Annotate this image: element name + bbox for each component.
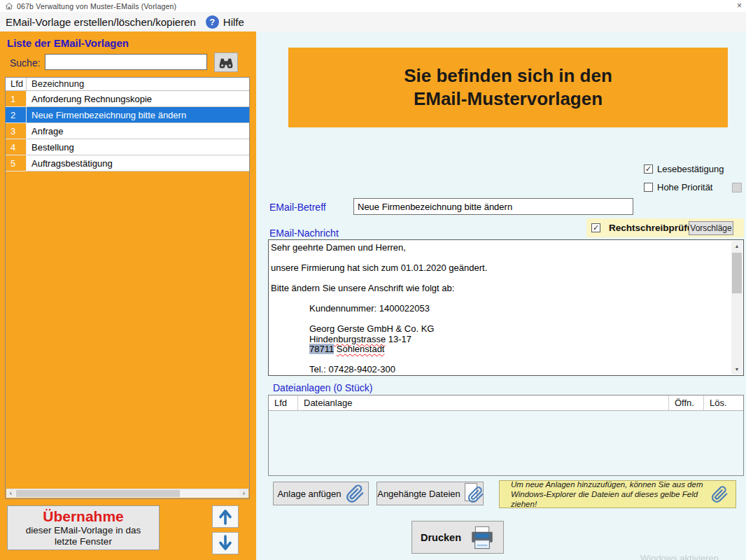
anlage-anfuegen-label: Anlage anfügen	[277, 489, 341, 499]
sidebar-title: Liste der EMail-Vorlagen	[7, 37, 129, 49]
attachments-table-header: Lfd Dateianlage Öffn. Lös.	[269, 396, 743, 411]
paperclip-icon	[346, 484, 365, 503]
close-icon[interactable]: ×	[737, 1, 742, 10]
resize-grip-square	[732, 183, 742, 192]
menu-create-delete-copy[interactable]: EMail-Vorlage erstellen/löschen/kopieren	[6, 16, 196, 28]
angehaengte-dateien-label: Angehängte Dateien	[377, 489, 460, 499]
row-lfd: 4	[6, 139, 27, 155]
row-lfd: 2	[6, 107, 27, 123]
hohe-prioritaet-label: Hohe Priorität	[657, 182, 712, 192]
drucken-label: Drucken	[421, 532, 461, 543]
attach-column-dateianlage: Dateianlage	[298, 396, 669, 410]
table-row[interactable]: 3Anfrage	[6, 123, 249, 139]
search-input[interactable]	[45, 54, 207, 70]
scrollbar-thumb[interactable]	[16, 490, 180, 497]
title-bar: 067b Verwaltung von Muster-EMails (Vorla…	[0, 0, 746, 12]
horizontal-scrollbar[interactable]: ‹ ›	[6, 489, 248, 498]
betreff-label: EMail-Betreff	[269, 202, 326, 213]
row-bezeichnung: Bestellung	[27, 139, 249, 155]
uebernahme-subtitle-1: dieser EMail-Vorlage in das	[8, 525, 159, 536]
window-title: 067b Verwaltung von Muster-EMails (Vorla…	[17, 2, 176, 10]
drag-drop-hint-box[interactable]: Um neue Anlagen hinzuzufügen, können Sie…	[499, 480, 736, 508]
scroll-left-icon[interactable]: ‹	[6, 489, 15, 498]
table-row[interactable]: 4Bestellung	[6, 139, 249, 155]
search-label: Suche:	[10, 57, 41, 69]
spellcheck-checkbox[interactable]: ✓	[591, 223, 600, 232]
arrow-down-icon	[217, 534, 234, 552]
hint-line-1: Um neue Anlagen hinzuzufügen, können Sie…	[511, 480, 703, 489]
document-paperclip-icon	[465, 483, 483, 504]
arrow-up-icon	[217, 507, 234, 526]
checkbox-lesebestaetigung[interactable]: ✓ Lesebestätigung	[644, 164, 724, 174]
home-icon	[5, 2, 13, 10]
hint-line-2: Windows-Explorer die Dateien auf dieses …	[511, 490, 698, 508]
printer-icon	[470, 526, 495, 550]
move-up-button[interactable]	[212, 505, 239, 528]
main-area: Sie befinden sich in den EMail-Mustervor…	[256, 31, 746, 560]
anlage-anfuegen-button[interactable]: Anlage anfügen	[273, 482, 369, 505]
banner-line-2: EMail-Mustervorlagen	[414, 88, 603, 111]
message-body: Sehr geehrte Damen und Herren, unsere Fi…	[271, 243, 729, 375]
template-table-header: Lfd Bezeichnung	[6, 78, 249, 91]
scroll-right-icon[interactable]: ›	[239, 489, 248, 498]
row-bezeichnung: Auftragsbestätigung	[27, 155, 249, 172]
dateianlagen-label: Dateianlagen (0 Stück)	[273, 382, 372, 393]
binoculars-icon	[218, 56, 234, 69]
vorschlaege-button[interactable]: Vorschläge	[689, 221, 733, 235]
paperclip-icon	[711, 486, 729, 503]
row-lfd: 3	[6, 123, 27, 139]
table-row[interactable]: 1Anforderung Rechnungskopie	[6, 91, 249, 107]
toolbar: EMail-Vorlage erstellen/löschen/kopieren…	[0, 12, 746, 31]
checkbox-hohe-prioritaet[interactable]: Hohe Priorität	[644, 182, 712, 192]
windows-activation-watermark: Windows aktivieren	[640, 553, 719, 560]
message-textarea[interactable]: Sehr geehrte Damen und Herren, unsere Fi…	[268, 239, 744, 376]
attach-column-oeffnen: Öffn.	[669, 396, 704, 410]
lesebestaetigung-label: Lesebestätigung	[657, 164, 724, 174]
attach-column-loeschen: Lös.	[704, 396, 743, 410]
banner-line-1: Sie befinden sich in den	[404, 64, 612, 88]
attachments-table: Lfd Dateianlage Öffn. Lös.	[268, 395, 744, 476]
scroll-up-icon[interactable]: ▲	[731, 241, 743, 251]
hohe-prioritaet-checkbox[interactable]	[644, 183, 653, 192]
row-lfd: 5	[6, 155, 27, 172]
vertical-scrollbar[interactable]: ▲ ▼	[731, 241, 743, 374]
row-bezeichnung: Anforderung Rechnungskopie	[27, 91, 249, 107]
sidebar: Liste der EMail-Vorlagen Suche: Lfd Beze…	[0, 31, 256, 560]
location-banner: Sie befinden sich in den EMail-Mustervor…	[288, 48, 728, 127]
row-bezeichnung: Anfrage	[27, 123, 249, 139]
betreff-input[interactable]	[353, 198, 633, 215]
row-lfd: 1	[6, 91, 27, 107]
column-header-lfd: Lfd	[6, 78, 27, 90]
row-bezeichnung: Neue Firmenbezeichnung bitte ändern	[27, 107, 249, 123]
help-button[interactable]: ? Hilfe	[206, 15, 244, 29]
column-header-bezeichnung: Bezeichnung	[27, 78, 249, 90]
help-icon[interactable]: ?	[206, 15, 219, 29]
search-button[interactable]	[214, 52, 238, 72]
spellcheck-strip: ✓ Rechtschreibprüfung Vorschläge	[586, 218, 744, 237]
template-table-body: 1Anforderung Rechnungskopie2Neue Firmenb…	[6, 91, 249, 172]
angehaengte-dateien-button[interactable]: Angehängte Dateien	[376, 482, 484, 505]
attach-column-lfd: Lfd	[269, 396, 298, 410]
move-down-button[interactable]	[212, 532, 239, 554]
scrollbar-thumb-vertical[interactable]	[732, 253, 742, 293]
scroll-down-icon[interactable]: ▼	[731, 364, 743, 374]
drucken-button[interactable]: Drucken	[411, 521, 504, 554]
uebernahme-subtitle-2: letzte Fenster	[8, 536, 159, 547]
help-label: Hilfe	[223, 16, 244, 28]
template-table: Lfd Bezeichnung 1Anforderung Rechnungsko…	[5, 77, 250, 499]
lesebestaetigung-checkbox[interactable]: ✓	[644, 164, 653, 174]
uebernahme-title: Übernahme	[8, 508, 159, 525]
nachricht-label: EMail-Nachricht	[269, 227, 339, 239]
table-row[interactable]: 5Auftragsbestätigung	[6, 155, 249, 172]
uebernahme-button[interactable]: Übernahme dieser EMail-Vorlage in das le…	[7, 505, 160, 550]
table-row[interactable]: 2Neue Firmenbezeichnung bitte ändern	[6, 107, 249, 123]
